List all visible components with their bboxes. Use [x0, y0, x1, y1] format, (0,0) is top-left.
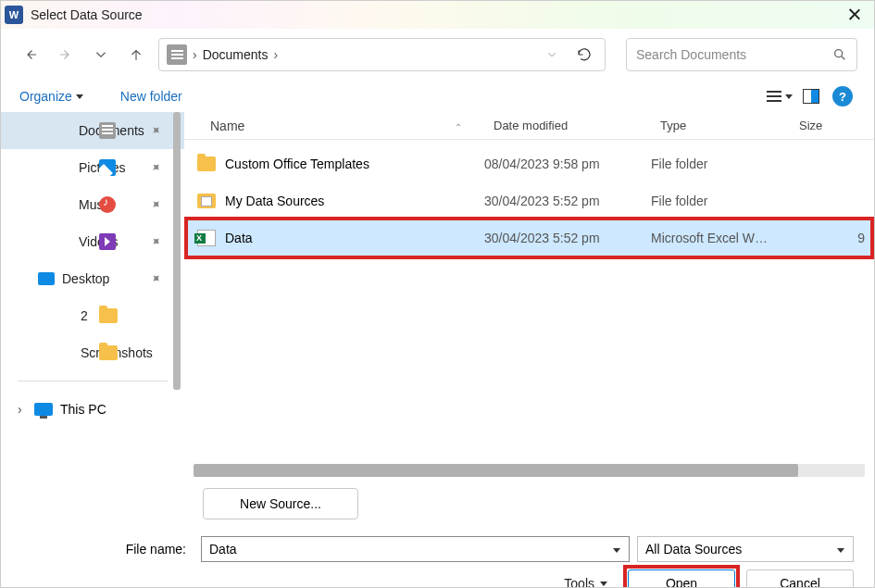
sidebar-item-label: Desktop: [62, 271, 184, 286]
breadcrumb-location[interactable]: Documents: [203, 47, 269, 62]
file-name: Data: [225, 231, 253, 245]
new-source-button[interactable]: New Source...: [203, 488, 358, 519]
arrow-left-icon: [22, 46, 39, 63]
forward-button[interactable]: [53, 42, 79, 68]
sidebar-item-2[interactable]: 2: [1, 297, 184, 334]
filename-label: File name:: [21, 542, 194, 557]
filter-label: All Data Sources: [645, 542, 832, 557]
help-icon: ?: [832, 86, 853, 106]
sidebar-item-label: Music: [79, 197, 184, 212]
sort-indicator-icon: ⌃: [455, 122, 462, 132]
body: Documents ✦ Pictures ✦ Music ✦ Videos ✦ …: [1, 112, 874, 482]
file-row[interactable]: Custom Office Templates 08/04/2023 9:58 …: [184, 145, 874, 182]
file-size: 9: [790, 231, 874, 245]
refresh-button[interactable]: [571, 42, 597, 68]
file-name: Custom Office Templates: [225, 156, 369, 171]
up-button[interactable]: [123, 42, 149, 68]
sidebar-scrollbar[interactable]: [173, 112, 181, 390]
sidebar-item-label: Pictures: [79, 160, 184, 175]
divider: [18, 381, 168, 382]
sidebar-item-label: Documents: [79, 123, 184, 138]
column-size[interactable]: Size: [790, 119, 874, 132]
search-input[interactable]: [636, 47, 832, 62]
column-name[interactable]: Name ⌃: [184, 119, 484, 133]
arrow-right-icon: [57, 46, 74, 63]
footer: New Source... File name: All Data Source…: [1, 482, 874, 588]
chevron-down-icon[interactable]: [608, 544, 625, 555]
sidebar-item-pictures[interactable]: Pictures ✦: [1, 149, 184, 186]
file-type: File folder: [651, 194, 790, 208]
column-date[interactable]: Date modified: [484, 119, 651, 132]
file-type: File folder: [651, 156, 790, 171]
chevron-down-icon: [600, 582, 607, 586]
chevron-right-icon: ›: [193, 47, 197, 62]
open-button[interactable]: Open: [628, 569, 735, 588]
filename-combobox[interactable]: [201, 536, 630, 562]
list-view-icon: [767, 91, 781, 102]
file-name: My Data Sources: [225, 194, 324, 208]
sidebar-item-label: Videos: [79, 234, 184, 249]
chevron-down-icon: [785, 94, 793, 99]
sidebar: Documents ✦ Pictures ✦ Music ✦ Videos ✦ …: [1, 112, 184, 482]
tools-menu[interactable]: Tools: [564, 576, 607, 588]
window-title: Select Data Source: [31, 7, 846, 22]
chevron-down-icon[interactable]: [545, 48, 558, 61]
file-row[interactable]: Data 30/04/2023 5:52 pm Microsoft Excel …: [184, 219, 874, 256]
breadcrumb[interactable]: › Documents ›: [158, 38, 606, 71]
folder-icon: [197, 156, 216, 171]
toolbar: Organize New folder ?: [1, 81, 874, 112]
documents-icon: [167, 44, 187, 65]
highlight-annotation: Open: [628, 569, 735, 588]
file-row[interactable]: My Data Sources 30/04/2023 5:52 pm File …: [184, 182, 874, 219]
tools-label: Tools: [564, 576, 594, 588]
preview-pane-icon: [803, 89, 819, 104]
desktop-icon: [38, 272, 55, 285]
cancel-button[interactable]: Cancel: [746, 569, 854, 588]
title-bar: W Select Data Source: [1, 1, 874, 29]
search-box[interactable]: [626, 38, 857, 71]
data-source-folder-icon: [197, 194, 216, 208]
back-button[interactable]: [18, 42, 44, 68]
column-type[interactable]: Type: [651, 119, 790, 132]
sidebar-item-videos[interactable]: Videos ✦: [1, 223, 184, 260]
organize-menu[interactable]: Organize: [19, 89, 83, 104]
chevron-down-icon: [93, 46, 109, 63]
file-type: Microsoft Excel W…: [651, 231, 790, 245]
search-icon: [832, 47, 847, 62]
sidebar-item-desktop[interactable]: Desktop ✦: [1, 260, 184, 297]
file-date: 08/04/2023 9:58 pm: [484, 156, 651, 171]
organize-label: Organize: [19, 89, 72, 104]
documents-icon: [99, 122, 116, 139]
pc-icon: [34, 403, 53, 416]
chevron-down-icon[interactable]: [832, 544, 849, 555]
new-folder-label: New folder: [120, 89, 182, 104]
pictures-icon: [99, 159, 116, 176]
recent-dropdown[interactable]: [88, 42, 114, 68]
new-folder-button[interactable]: New folder: [120, 89, 182, 104]
sidebar-item-screenshots[interactable]: Screenshots: [1, 334, 184, 371]
chevron-right-icon: ›: [18, 402, 27, 417]
filename-input[interactable]: [209, 542, 608, 557]
svg-point-0: [835, 50, 843, 57]
preview-pane-button[interactable]: [798, 83, 824, 109]
close-icon[interactable]: [846, 6, 863, 23]
horizontal-scrollbar[interactable]: [194, 464, 865, 477]
sidebar-item-music[interactable]: Music ✦: [1, 186, 184, 223]
help-button[interactable]: ?: [830, 83, 856, 109]
chevron-right-icon: ›: [273, 47, 278, 62]
chevron-down-icon: [76, 94, 83, 99]
sidebar-item-this-pc[interactable]: › This PC: [1, 391, 184, 428]
arrow-up-icon: [128, 46, 144, 63]
videos-icon: [99, 233, 116, 250]
nav-bar: › Documents ›: [1, 29, 874, 81]
sidebar-item-documents[interactable]: Documents ✦: [1, 112, 184, 149]
column-headers: Name ⌃ Date modified Type Size: [184, 112, 874, 140]
refresh-icon: [576, 46, 593, 63]
file-type-filter[interactable]: All Data Sources: [637, 536, 854, 562]
view-menu[interactable]: [767, 83, 793, 109]
sidebar-item-label: Screenshots: [81, 345, 184, 360]
music-icon: [99, 196, 116, 213]
sidebar-item-label: This PC: [60, 402, 106, 417]
excel-file-icon: [197, 230, 216, 246]
folder-icon: [99, 308, 118, 323]
